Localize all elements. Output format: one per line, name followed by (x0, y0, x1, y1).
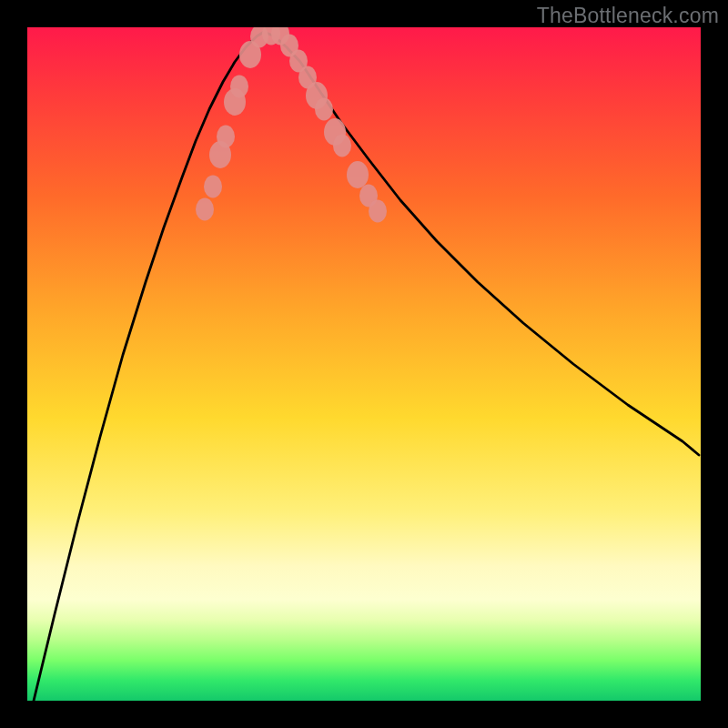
svg-point-3 (217, 126, 235, 148)
right-curve (264, 32, 699, 455)
svg-point-1 (204, 176, 222, 198)
svg-point-17 (347, 161, 369, 188)
pink-beads (196, 27, 387, 223)
plot-area (27, 27, 701, 701)
svg-point-14 (315, 98, 333, 121)
svg-point-16 (333, 135, 351, 157)
chart-frame: TheBottleneck.com (0, 0, 728, 728)
svg-point-19 (369, 200, 387, 223)
watermark-text: TheBottleneck.com (537, 4, 719, 28)
svg-point-5 (230, 76, 248, 98)
curves-svg (27, 27, 701, 701)
svg-point-0 (196, 198, 214, 221)
